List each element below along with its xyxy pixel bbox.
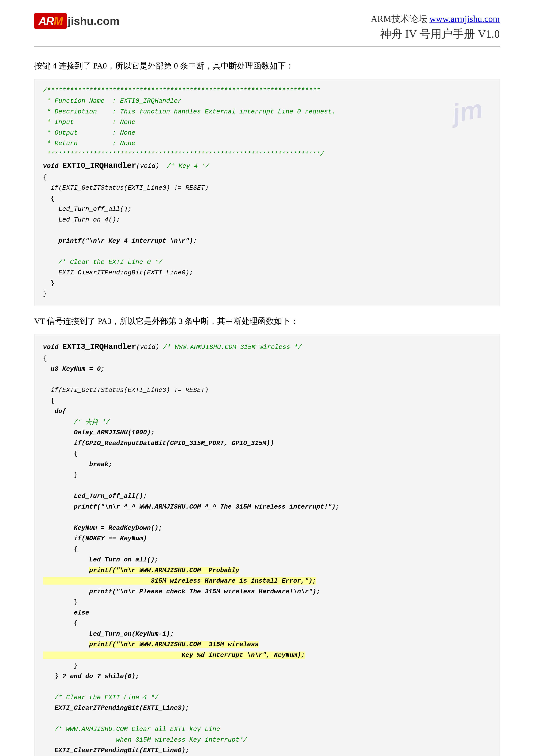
intro-text-1: 按键 4 连接到了 PA0，所以它是外部第 0 条中断，其中断处理函数如下： [34, 59, 500, 72]
code-do: do{ [55, 408, 66, 415]
code-brace-7: { [74, 546, 78, 553]
code-stmt-led-off: Led_Turn_off_all(); [74, 493, 147, 500]
logo: ARM [34, 13, 67, 29]
code-stmt-1: Led_Turn_off_all(); [58, 205, 132, 213]
logo-container: ARM jishu.com [34, 13, 119, 29]
code-printf-1: printf("\n\r Key 4 interrupt \n\r"); [58, 237, 197, 245]
code-brace-5: { [74, 450, 78, 457]
code-while: } ? end do ? while(0); [55, 673, 139, 680]
header-site: ARM技术论坛 www.armjishu.com [371, 13, 500, 25]
code-if-gpio: if(GPIO_ReadInputDataBit(GPIO_315M_PORT,… [74, 440, 274, 447]
code-func-args-2: (void) [136, 343, 159, 351]
code-led-all: Led_Turn_on_all(); [89, 556, 159, 563]
code-pre-1: /***************************************… [43, 85, 491, 299]
code-brace-close-1: } [43, 290, 47, 298]
code-brace-4: { [51, 397, 55, 405]
code-u8-decl: u8 KeyNum = 0; [51, 365, 105, 373]
site-url[interactable]: www.armjishu.com [429, 14, 500, 24]
header-right: ARM技术论坛 www.armjishu.com 神舟 IV 号用户手册 V1.… [371, 13, 500, 41]
code-stmt-2: Led_Turn_on_4(); [58, 216, 120, 224]
code-led-on-key: Led_Turn_on(KeyNum-1); [89, 630, 174, 638]
code-func-args-1: (void) [136, 162, 159, 170]
code-brace-3: } [51, 280, 55, 287]
intro-text-2: VT 信号连接到了 PA3，所以它是外部第 3 条中断，其中断处理函数如下： [34, 315, 500, 328]
code-block-2: void EXTI3_IRQHandler(void) /* WWW.ARMJI… [34, 334, 500, 756]
code-comment-4: /* Clear the EXTI Line 4 */ [55, 694, 159, 701]
code-if-2: if(EXTI_GetITStatus(EXTI_Line3) != RESET… [51, 387, 209, 394]
code-inline-comment-2: /* WWW.ARMJISHU.COM 315M wireless */ [163, 343, 302, 351]
code-comment-line: /***************************************… [43, 87, 336, 158]
code-comment-3: /* 去抖 */ [74, 418, 110, 426]
code-clear-1: EXTI_ClearITPendingBit(EXTI_Line3); [55, 704, 189, 712]
code-brace-8: } [74, 599, 78, 606]
code-printf-4: printf("\n\r Please check The 315M wirel… [89, 588, 320, 595]
logo-text: jishu.com [67, 14, 119, 27]
code-if-nokey: if(NOKEY == KeyNum) [74, 535, 147, 542]
page: ARM jishu.com ARM技术论坛 www.armjishu.com 神… [0, 0, 534, 756]
code-brace-open-2: { [43, 355, 47, 362]
code-keynum-assign: KeyNum = ReadKeyDown(); [74, 525, 162, 532]
code-brace-open-1: { [43, 174, 47, 181]
header: ARM jishu.com ARM技术论坛 www.armjishu.com 神… [34, 13, 500, 46]
code-if-1: if(EXTI_GetITStatus(EXTI_Line0) != RESET… [51, 184, 209, 192]
code-comment-2: /* Clear the EXTI Line 0 */ [58, 258, 162, 266]
code-else: else [74, 609, 89, 616]
code-delay: Delay_ARMJISHU(1000); [74, 429, 155, 436]
code-brace-2: { [51, 195, 55, 202]
code-printf-5: printf("\n\r WWW.ARMJISHU.COM 315M wirel… [43, 641, 305, 659]
code-inline-comment-1: /* Key 4 */ [167, 162, 209, 170]
code-printf-2: printf("\n\r ^_^ WWW.ARMJISHU.COM ^_^ Th… [74, 503, 340, 510]
code-brace-10: } [74, 662, 78, 669]
code-stmt-3: EXTI_ClearITPendingBit(EXTI_Line0); [58, 269, 193, 276]
code-brace-9: { [74, 620, 78, 627]
code-void-2: void [43, 343, 58, 351]
site-label: ARM技术论坛 [371, 14, 427, 24]
code-comment-5: /* WWW.ARMJISHU.COM Clear all EXTI key L… [43, 726, 247, 743]
code-break: break; [89, 461, 112, 468]
code-brace-6: } [74, 471, 78, 479]
code-printf-3: printf("\n\r WWW.ARMJISHU.COM Probably 3… [43, 567, 316, 585]
header-manual-title: 神舟 IV 号用户手册 V1.0 [371, 27, 500, 41]
code-block-1: jm /************************************… [34, 79, 500, 306]
code-void: void [43, 162, 58, 170]
code-pre-2: void EXTI3_IRQHandler(void) /* WWW.ARMJI… [43, 340, 491, 756]
code-func-name-1: EXTI0_IRQHandler [62, 161, 136, 170]
code-func-name-2: EXTI3_IRQHandler [62, 342, 136, 351]
code-clear-2: EXTI_ClearITPendingBit(EXTI_Line0); [55, 747, 189, 754]
